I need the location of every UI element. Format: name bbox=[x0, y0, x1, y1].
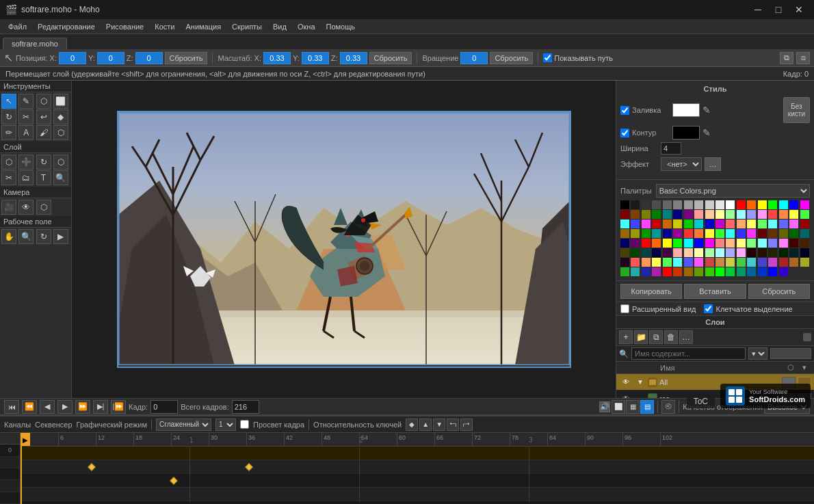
color-cell[interactable] bbox=[789, 210, 798, 219]
step-back-btn[interactable]: ◀ bbox=[40, 400, 55, 414]
color-cell[interactable] bbox=[789, 229, 798, 238]
color-cell[interactable] bbox=[789, 239, 798, 248]
tool-scissors[interactable]: ✂ bbox=[18, 109, 34, 124]
color-cell[interactable] bbox=[726, 229, 735, 238]
color-cell[interactable] bbox=[642, 200, 651, 209]
camera-tool-1[interactable]: 🎥 bbox=[1, 200, 16, 215]
color-cell[interactable] bbox=[673, 210, 682, 219]
color-cell[interactable] bbox=[705, 200, 714, 209]
layer-vis-rco[interactable]: 👁 bbox=[619, 392, 633, 399]
color-cell[interactable] bbox=[768, 210, 777, 219]
paste-button[interactable]: Вставить bbox=[684, 284, 746, 299]
cell-select-checkbox[interactable] bbox=[704, 304, 713, 313]
color-cell[interactable] bbox=[673, 229, 682, 238]
minimize-button[interactable]: ─ bbox=[748, 0, 767, 19]
color-cell[interactable] bbox=[663, 258, 672, 267]
color-cell[interactable] bbox=[694, 200, 703, 209]
menu-scripts[interactable]: Скрипты bbox=[226, 21, 267, 32]
color-cell[interactable] bbox=[758, 258, 767, 267]
reset-button[interactable]: Сбросить bbox=[748, 284, 810, 299]
color-cell[interactable] bbox=[620, 258, 629, 267]
color-cell[interactable] bbox=[684, 248, 693, 257]
color-cell[interactable] bbox=[726, 200, 735, 209]
color-cell[interactable] bbox=[737, 248, 746, 257]
color-cell[interactable] bbox=[800, 258, 809, 267]
workspace-zoom[interactable]: 🔍 bbox=[18, 229, 34, 244]
keyframe-roc-1[interactable] bbox=[170, 477, 177, 484]
tool-shape[interactable]: ⬡ bbox=[36, 94, 51, 109]
reset-rot-button[interactable]: Сбросить bbox=[490, 52, 533, 64]
playhead-marker[interactable]: ▶ bbox=[21, 433, 30, 447]
color-cell[interactable] bbox=[758, 267, 767, 276]
color-cell[interactable] bbox=[758, 248, 767, 257]
play-to-start-btn[interactable]: ⏮ bbox=[4, 400, 19, 414]
color-cell[interactable] bbox=[705, 210, 714, 219]
keyframe-rco-1[interactable] bbox=[88, 463, 95, 470]
color-cell[interactable] bbox=[652, 220, 661, 228]
color-cell[interactable] bbox=[758, 200, 767, 209]
color-cell[interactable] bbox=[663, 210, 672, 219]
color-cell[interactable] bbox=[620, 210, 629, 219]
layer-add-btn[interactable]: + bbox=[619, 330, 633, 344]
sx-input[interactable] bbox=[263, 52, 291, 64]
layers-search-input[interactable] bbox=[631, 347, 746, 360]
camera-tool-3[interactable]: ⬡ bbox=[36, 200, 51, 215]
color-cell[interactable] bbox=[694, 239, 703, 248]
color-cell[interactable] bbox=[684, 229, 693, 238]
color-cell[interactable] bbox=[800, 220, 809, 228]
color-cell[interactable] bbox=[737, 258, 746, 267]
color-cell[interactable] bbox=[663, 229, 672, 238]
color-cell[interactable] bbox=[705, 248, 714, 257]
camera-tool-2[interactable]: 👁 bbox=[18, 200, 34, 215]
color-cell[interactable] bbox=[768, 220, 777, 228]
color-cell[interactable] bbox=[758, 210, 767, 219]
color-cell[interactable] bbox=[768, 229, 777, 238]
show-path-checkbox[interactable]: Показывать путь bbox=[543, 53, 613, 62]
workspace-play[interactable]: ▶ bbox=[53, 229, 68, 244]
color-cell[interactable] bbox=[642, 239, 651, 248]
workspace-hand[interactable]: ✋ bbox=[1, 229, 16, 244]
sz-input[interactable] bbox=[340, 52, 367, 64]
color-cell[interactable] bbox=[663, 267, 672, 276]
color-cell[interactable] bbox=[789, 200, 798, 209]
tl-key-btn5[interactable]: ⮣ bbox=[460, 419, 473, 431]
color-cell[interactable] bbox=[800, 229, 809, 238]
color-cell[interactable] bbox=[620, 220, 629, 228]
color-cell[interactable] bbox=[789, 258, 798, 267]
layer-expand-all[interactable]: ▼ bbox=[635, 377, 646, 388]
color-cell[interactable] bbox=[779, 229, 788, 238]
fill-checkbox[interactable] bbox=[620, 106, 629, 115]
color-cell[interactable] bbox=[779, 220, 788, 228]
layer-delete-btn[interactable]: 🗑 bbox=[664, 330, 678, 344]
color-cell[interactable] bbox=[747, 220, 756, 228]
color-cell[interactable] bbox=[726, 248, 735, 257]
color-cell[interactable] bbox=[715, 220, 724, 228]
color-cell[interactable] bbox=[715, 239, 724, 248]
color-cell[interactable] bbox=[758, 229, 767, 238]
menu-help[interactable]: Помощь bbox=[321, 21, 361, 32]
color-cell[interactable] bbox=[789, 220, 798, 228]
color-cell[interactable] bbox=[737, 239, 746, 248]
color-cell[interactable] bbox=[705, 239, 714, 248]
color-cell[interactable] bbox=[663, 248, 672, 257]
color-cell[interactable] bbox=[620, 267, 629, 276]
sy-input[interactable] bbox=[302, 52, 329, 64]
color-cell[interactable] bbox=[620, 248, 629, 257]
tool-text[interactable]: A bbox=[18, 125, 34, 140]
tool-pencil[interactable]: ✏ bbox=[1, 125, 16, 140]
color-cell[interactable] bbox=[779, 267, 788, 276]
tool-undo[interactable]: ↩ bbox=[36, 109, 51, 124]
total-frames-input[interactable] bbox=[232, 400, 259, 414]
color-cell[interactable] bbox=[694, 267, 703, 276]
color-cell[interactable] bbox=[715, 258, 724, 267]
fast-forward-btn[interactable]: ⏩ bbox=[75, 400, 90, 414]
reset-pos-button[interactable]: Сбросить bbox=[165, 52, 208, 64]
color-cell[interactable] bbox=[694, 220, 703, 228]
tab-main[interactable]: softrare.moho bbox=[3, 38, 67, 49]
color-cell[interactable] bbox=[673, 258, 682, 267]
color-cell[interactable] bbox=[768, 248, 777, 257]
playhead[interactable] bbox=[21, 433, 22, 504]
x-input[interactable] bbox=[59, 52, 86, 64]
color-cell[interactable] bbox=[747, 229, 756, 238]
color-cell[interactable] bbox=[768, 200, 777, 209]
